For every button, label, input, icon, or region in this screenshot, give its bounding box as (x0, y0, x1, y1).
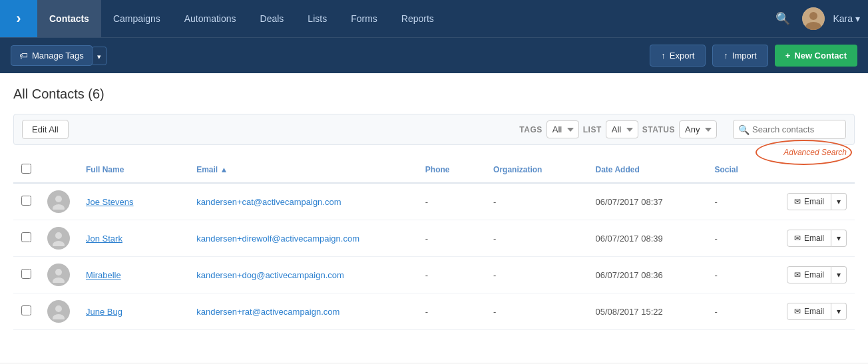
svg-point-10 (53, 314, 65, 319)
contact-org-cell: - (485, 257, 587, 293)
nav-right: 🔍 Kara ▾ (771, 7, 868, 30)
contact-social-cell: - (706, 257, 758, 293)
contact-action-cell: ✉ Email ▾ (758, 220, 855, 257)
email-button[interactable]: ✉ Email (787, 266, 831, 283)
contact-org-cell: - (485, 183, 587, 220)
nav-item-deals[interactable]: Deals (248, 0, 296, 37)
contact-name-link[interactable]: Mirabelle (86, 270, 121, 280)
user-menu[interactable]: Kara ▾ (833, 13, 860, 24)
table-header: Full Name Email ▲ Phone Organization Dat… (13, 157, 855, 183)
manage-tags-button[interactable]: 🏷 Manage Tags (11, 45, 93, 66)
contact-email-link[interactable]: kandersen+rat@activecampaign.com (196, 307, 339, 317)
table-row: June Bug kandersen+rat@activecampaign.co… (13, 293, 855, 330)
contact-phone-cell: - (417, 220, 485, 257)
row-checkbox[interactable] (21, 196, 31, 206)
row-avatar-cell (39, 220, 78, 257)
svg-point-5 (55, 232, 62, 239)
import-button[interactable]: ↑ Import (712, 45, 767, 67)
advanced-search-row: Advanced Search (13, 145, 855, 157)
contact-email-cell: kandersen+cat@activecampaign.com (188, 183, 417, 220)
export-button[interactable]: ↑ Export (650, 45, 706, 67)
row-checkbox[interactable] (21, 269, 31, 279)
svg-point-1 (809, 12, 817, 20)
svg-point-8 (53, 277, 65, 283)
contact-email-link[interactable]: kandersen+dog@activecampaign.com (196, 270, 344, 280)
tags-filter-label: TAGS (519, 125, 542, 134)
table-row: Jon Stark kandersen+direwolf@activecampa… (13, 220, 855, 257)
svg-point-7 (55, 269, 62, 275)
nav-item-lists[interactable]: Lists (296, 0, 339, 37)
nav-items: ContactsCampaignsAutomationsDealsListsFo… (37, 0, 771, 37)
contact-name-link[interactable]: June Bug (86, 307, 122, 317)
contact-name-cell: June Bug (78, 293, 188, 330)
row-avatar-cell (39, 257, 78, 293)
contact-phone-cell: - (417, 183, 485, 220)
nav-item-contacts[interactable]: Contacts (37, 0, 101, 37)
email-button[interactable]: ✉ Email (787, 230, 831, 247)
contact-email-link[interactable]: kandersen+direwolf@activecampaign.com (196, 234, 359, 244)
action-header (758, 157, 855, 183)
new-contact-button[interactable]: + New Contact (775, 45, 857, 67)
edit-all-button[interactable]: Edit All (22, 120, 69, 139)
contact-action-cell: ✉ Email ▾ (758, 293, 855, 330)
email-dropdown-button[interactable]: ▾ (831, 266, 847, 283)
row-checkbox-cell (13, 220, 39, 257)
email-dropdown-button[interactable]: ▾ (831, 193, 847, 210)
contact-date-cell: 05/08/2017 15:22 (588, 293, 707, 330)
row-checkbox[interactable] (21, 232, 31, 242)
select-all-checkbox[interactable] (21, 164, 31, 174)
contact-email-link[interactable]: kandersen+cat@activecampaign.com (196, 197, 341, 207)
list-filter-select[interactable]: All (606, 120, 638, 138)
tags-filter-select[interactable]: All (546, 120, 579, 138)
row-checkbox-cell (13, 257, 39, 293)
list-filter-label: LIST (583, 125, 602, 134)
page-title: All Contacts (6) (13, 87, 855, 102)
toolbar-actions: ↑ Export ↑ Import + New Contact (650, 45, 857, 67)
contact-avatar (47, 300, 70, 323)
email-dropdown-button[interactable]: ▾ (831, 303, 847, 320)
organization-header: Organization (485, 157, 587, 183)
contact-name-cell: Jon Stark (78, 220, 188, 257)
email-dropdown-button[interactable]: ▾ (831, 230, 847, 247)
row-checkbox-cell (13, 293, 39, 330)
social-header: Social (706, 157, 758, 183)
contact-action-cell: ✉ Email ▾ (758, 257, 855, 293)
contact-social-cell: - (706, 220, 758, 257)
phone-header: Phone (417, 157, 485, 183)
contact-phone-cell: - (417, 293, 485, 330)
full-name-header: Full Name (78, 157, 188, 183)
contact-name-link[interactable]: Joe Stevens (86, 197, 134, 207)
nav-item-campaigns[interactable]: Campaigns (101, 0, 172, 37)
manage-tags-label: Manage Tags (32, 51, 84, 61)
user-dropdown-icon: ▾ (855, 13, 860, 24)
user-avatar[interactable] (802, 7, 825, 30)
search-icon: 🔍 (738, 124, 750, 135)
filter-group: TAGS All LIST All STATUS Any (519, 120, 717, 138)
date-added-header: Date Added (588, 157, 707, 183)
row-checkbox[interactable] (21, 305, 31, 315)
search-input[interactable] (733, 120, 846, 139)
contact-name-link[interactable]: Jon Stark (86, 234, 122, 244)
email-icon: ✉ (794, 234, 801, 243)
export-icon: ↑ (661, 51, 666, 61)
global-search-icon[interactable]: 🔍 (771, 7, 794, 30)
contact-avatar (47, 190, 70, 213)
svg-point-6 (53, 241, 65, 246)
manage-tags-dropdown[interactable]: ▾ (92, 47, 107, 65)
email-button[interactable]: ✉ Email (787, 303, 831, 320)
email-button[interactable]: ✉ Email (787, 193, 831, 210)
email-header[interactable]: Email ▲ (188, 157, 417, 183)
contact-date-cell: 06/07/2017 08:36 (588, 257, 707, 293)
nav-item-reports[interactable]: Reports (389, 0, 446, 37)
logo-button[interactable]: › (0, 0, 37, 37)
new-contact-label: New Contact (794, 51, 847, 61)
contact-name-cell: Mirabelle (78, 257, 188, 293)
nav-item-automations[interactable]: Automations (172, 0, 248, 37)
email-icon: ✉ (794, 307, 801, 316)
advanced-search-link[interactable]: Advanced Search (783, 148, 847, 157)
svg-point-3 (55, 196, 62, 202)
nav-item-forms[interactable]: Forms (339, 0, 389, 37)
contact-email-cell: kandersen+rat@activecampaign.com (188, 293, 417, 330)
status-filter-select[interactable]: Any (679, 120, 717, 138)
email-icon: ✉ (794, 270, 801, 279)
